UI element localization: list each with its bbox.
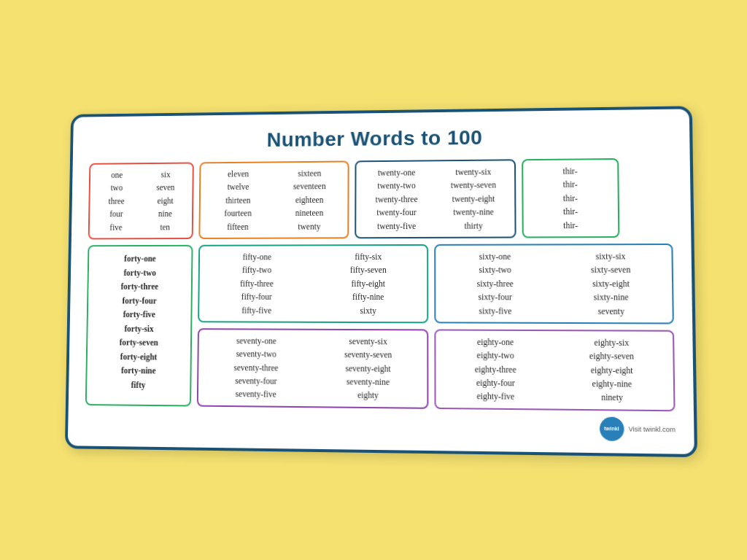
box-51-60: fifty-onefifty-twofifty-threefifty-fourf… [198, 244, 428, 323]
box-1-10: onetwothreefourfive sixseveneightnineten [88, 163, 194, 240]
page-title: Number Words to 100 [90, 124, 672, 153]
box-61-70: sixty-onesixty-twosixty-threesixty-fours… [434, 244, 674, 324]
box-11-20: eleventwelvethirteenfourteenfifteen sixt… [198, 161, 349, 239]
main-card: Number Words to 100 onetwothreefourfive … [65, 106, 697, 457]
twinkl-logo: twinkl [600, 416, 624, 440]
box-31-partial: thir-thir-thir-thir-thir- [522, 158, 619, 238]
box-81-90: eighty-oneeighty-twoeighty-threeeighty-f… [434, 329, 675, 411]
logo-subtext: Visit twinkl.com [628, 425, 676, 433]
box-41-50: forty-oneforty-twoforty-threeforty-fourf… [85, 245, 193, 407]
footer: twinkl Visit twinkl.com [85, 411, 676, 442]
box-21-30: twenty-onetwenty-twotwenty-threetwenty-f… [355, 159, 516, 238]
logo-text: twinkl [604, 426, 619, 431]
box-71-80: seventy-oneseventy-twoseventy-threeseven… [197, 328, 429, 409]
